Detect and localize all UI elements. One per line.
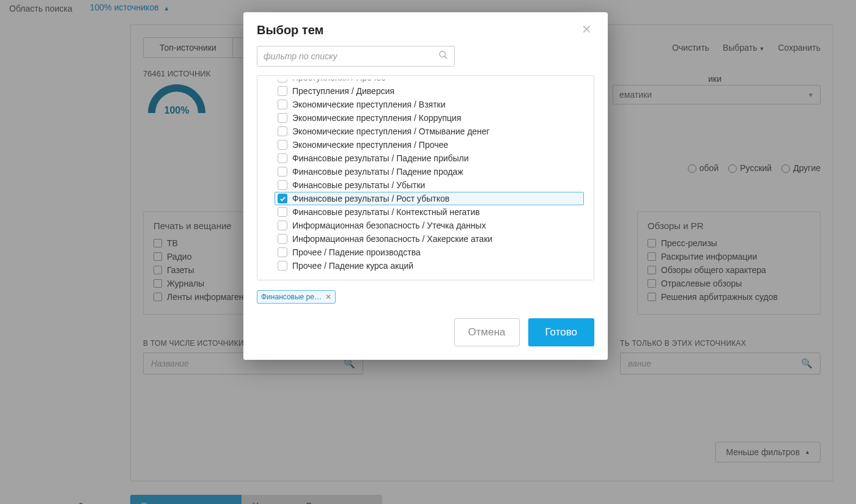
theme-list-item[interactable]: Информационная безопасность / Хакерские …: [275, 232, 584, 246]
theme-item-label: Финансовые результаты / Контекстный нега…: [292, 207, 480, 217]
theme-list-item[interactable]: Финансовые результаты / Убытки: [275, 178, 584, 192]
checkbox-icon: [278, 100, 287, 109]
cancel-button[interactable]: Отмена: [454, 318, 520, 346]
theme-item-label: Информационная безопасность / Утечка дан…: [292, 221, 486, 230]
theme-list-item[interactable]: Экономические преступления / Прочее: [275, 138, 584, 152]
theme-item-label: Финансовые результаты / Убытки: [292, 180, 425, 190]
theme-list-item[interactable]: Финансовые результаты / Падение прибыли: [275, 152, 584, 165]
theme-item-label: Финансовые результаты / Падение продаж: [292, 167, 463, 177]
close-icon[interactable]: ✕: [579, 23, 594, 35]
checkbox-icon: [278, 86, 287, 96]
checkbox-icon: [278, 207, 287, 217]
theme-item-label: Экономические преступления / Коррупция: [292, 113, 461, 123]
theme-list-item[interactable]: Экономические преступления / Отмывание д…: [275, 125, 584, 138]
theme-list[interactable]: Преступления / ПрочееПреступления / Диве…: [275, 79, 590, 276]
checkbox-icon: [278, 79, 287, 82]
chip-remove-icon[interactable]: ✕: [325, 293, 331, 301]
theme-list-item[interactable]: Преступления / Диверсия: [275, 84, 584, 98]
theme-item-label: Прочее / Падение производства: [292, 247, 421, 257]
selected-chip[interactable]: Финансовые ре… ✕: [257, 290, 336, 304]
checkbox-icon: [278, 180, 287, 190]
checkbox-icon: [278, 261, 287, 271]
svg-point-0: [440, 51, 445, 57]
theme-item-label: Преступления / Диверсия: [292, 86, 394, 96]
checkbox-icon: [278, 221, 287, 230]
theme-list-item[interactable]: Экономические преступления / Коррупция: [275, 111, 584, 125]
theme-item-label: Финансовые результаты / Рост убытков: [292, 194, 449, 203]
theme-list-item[interactable]: Финансовые результаты / Контекстный нега…: [275, 205, 584, 219]
checkbox-icon: [278, 153, 287, 163]
modal-title: Выбор тем: [257, 23, 323, 37]
theme-item-label: Финансовые результаты / Падение прибыли: [292, 153, 469, 163]
theme-item-label: Преступления / Прочее: [292, 79, 386, 82]
theme-list-item[interactable]: Прочее / Падение производства: [275, 246, 584, 259]
modal-filter-input[interactable]: фильтр по списку: [257, 46, 455, 67]
theme-list-item[interactable]: Финансовые результаты / Падение продаж: [275, 165, 584, 178]
theme-item-label: Экономические преступления / Прочее: [292, 140, 448, 150]
theme-list-item[interactable]: Прочее / Падение курса акций: [275, 259, 584, 272]
checkbox-icon: [278, 194, 287, 203]
checkbox-icon: [278, 126, 287, 136]
checkbox-icon: [278, 140, 287, 150]
done-button[interactable]: Готово: [528, 318, 595, 346]
theme-item-label: Экономические преступления / Взятки: [292, 100, 446, 109]
theme-list-item[interactable]: Финансовые результаты / Рост убытков: [275, 192, 584, 205]
theme-list-item[interactable]: Преступления / Прочее: [275, 79, 584, 84]
chip-label: Финансовые ре…: [261, 293, 322, 301]
modal-filter-placeholder: фильтр по списку: [264, 51, 338, 61]
search-icon: [438, 50, 448, 62]
checkbox-icon: [278, 113, 287, 123]
checkbox-icon: [278, 167, 287, 177]
theme-item-label: Прочее / Падение курса акций: [292, 261, 413, 271]
checkbox-icon: [278, 234, 287, 244]
theme-list-item[interactable]: Экономические преступления / Взятки: [275, 98, 584, 111]
theme-list-item[interactable]: Информационная безопасность / Утечка дан…: [275, 219, 584, 232]
checkbox-icon: [278, 247, 287, 257]
svg-line-1: [445, 56, 447, 59]
theme-item-label: Экономические преступления / Отмывание д…: [292, 126, 490, 136]
theme-modal: Выбор тем ✕ фильтр по списку Преступлени…: [243, 12, 608, 360]
theme-item-label: Информационная безопасность / Хакерские …: [292, 234, 492, 244]
